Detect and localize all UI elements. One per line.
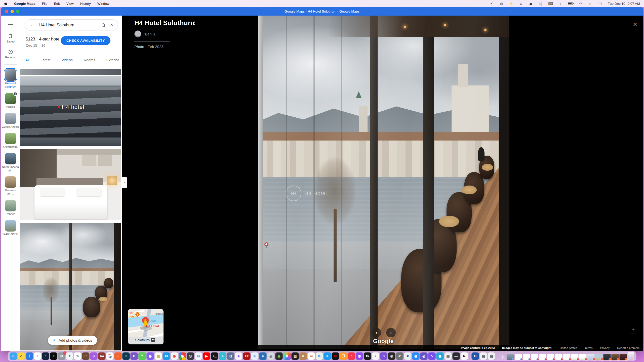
- window-minimize-button[interactable]: [11, 10, 14, 13]
- maps-app-icon[interactable]: ⊕: [316, 352, 323, 360]
- printer-app-icon[interactable]: ▤: [445, 352, 452, 360]
- music-icon[interactable]: ♫: [348, 352, 355, 360]
- add-photos-button[interactable]: + Add photos & videos: [48, 336, 97, 345]
- midi-keyboard-icon[interactable]: ▥: [292, 352, 299, 360]
- busycal-icon[interactable]: B: [131, 352, 138, 360]
- window-close-button[interactable]: [5, 10, 8, 13]
- sidebar-place-northumberland[interactable]: Northumberland…: [2, 153, 20, 172]
- photo-booth-icon[interactable]: ◎: [187, 352, 194, 360]
- usb-status-icon[interactable]: ψ: [519, 2, 523, 6]
- health-app-icon[interactable]: ⚕: [66, 352, 73, 360]
- dock-separator[interactable]: [470, 352, 470, 360]
- sidebar-item-recents[interactable]: Recents: [5, 50, 16, 59]
- podcasts-icon[interactable]: ◍: [356, 352, 363, 360]
- menu-bar-item[interactable]: Window: [97, 2, 109, 6]
- things-icon[interactable]: ✓: [18, 352, 25, 360]
- more-options-icon[interactable]: ⋮: [190, 19, 199, 26]
- vinyl-app-icon[interactable]: ◉: [388, 352, 395, 360]
- filezilla-icon[interactable]: Fz: [243, 352, 251, 360]
- footer-link[interactable]: Terms: [585, 346, 592, 349]
- hotel-lounge-photo[interactable]: H4 H4 Hotel: [258, 16, 509, 349]
- terminal-icon[interactable]: >_: [211, 352, 218, 360]
- webcam-app-icon[interactable]: ◉: [436, 352, 444, 360]
- search-icon[interactable]: [102, 23, 105, 27]
- printer-1-icon[interactable]: ▤: [480, 352, 487, 360]
- search-input[interactable]: [39, 23, 98, 27]
- reminders-icon[interactable]: ≔: [308, 352, 315, 360]
- sidebar-place-h4-hotel[interactable]: H4 Hotel Solothurn: [2, 69, 20, 89]
- photo-author-row[interactable]: Ben S.: [134, 30, 194, 37]
- flash-status-icon[interactable]: ⚡: [509, 2, 513, 6]
- ovation-icon[interactable]: ★: [235, 352, 243, 360]
- obs-icon[interactable]: ◎: [420, 352, 428, 360]
- collapse-panel-handle[interactable]: ◂: [122, 177, 127, 188]
- bluetooth-status-icon[interactable]: ᛒ: [558, 2, 562, 6]
- youtube-icon[interactable]: ▶: [203, 352, 210, 360]
- photo-thumbnail-exterior[interactable]: H4 hotel: [20, 76, 121, 146]
- minimized-window[interactable]: [587, 354, 595, 360]
- next-photo-button[interactable]: ›: [386, 328, 396, 337]
- previous-photo-button[interactable]: ‹: [372, 328, 381, 337]
- sidebar-place-zurich-airport[interactable]: Zurich Airport: [2, 113, 20, 129]
- contacts-icon[interactable]: ☻: [300, 352, 307, 360]
- safari-icon[interactable]: ⊙: [195, 352, 202, 360]
- tab-rooms[interactable]: Rooms: [84, 57, 95, 65]
- minimized-window[interactable]: [523, 354, 530, 360]
- input-source-status-icon[interactable]: ⌨: [548, 2, 553, 6]
- apple-tv-icon[interactable]: tv: [364, 352, 371, 360]
- bluetooth-app-icon[interactable]: ᛒ: [26, 352, 33, 360]
- minimized-window[interactable]: [595, 354, 603, 360]
- sidebar-place-rennes[interactable]: Rennes: [2, 200, 20, 216]
- minimized-window[interactable]: [531, 354, 538, 360]
- footer-link[interactable]: Report a problem: [617, 346, 639, 349]
- battery-status-icon[interactable]: [568, 2, 573, 5]
- netflix-icon[interactable]: N: [332, 352, 339, 360]
- photo-thumbnail-lounge-selected[interactable]: [20, 223, 121, 350]
- sidebar-place-virginia[interactable]: 2 Virginia: [2, 93, 20, 109]
- dock-separator[interactable]: [497, 352, 497, 360]
- tab-all[interactable]: All: [25, 57, 29, 65]
- back-arrow-icon[interactable]: ←: [30, 22, 36, 28]
- search-box[interactable]: ← ×: [25, 19, 118, 30]
- chrome-icon[interactable]: ◉: [179, 352, 186, 360]
- zoom-in-button[interactable]: +: [632, 327, 635, 332]
- mini-map[interactable]: Barnge Y Ritterq Aare H4 Hotel Solothurn: [128, 309, 164, 344]
- tab-exterior[interactable]: Exterior: [106, 57, 119, 65]
- minimized-window[interactable]: [571, 354, 579, 360]
- eject-status-icon[interactable]: ⏏: [529, 2, 533, 6]
- usb-app-icon[interactable]: ψ: [90, 352, 98, 360]
- photos-icon[interactable]: ✿: [284, 352, 291, 360]
- volume-status-icon[interactable]: ◁): [538, 2, 543, 6]
- minimized-window[interactable]: [603, 354, 611, 360]
- openoffice-icon[interactable]: ≈: [259, 352, 267, 360]
- video-converter-icon[interactable]: ◉: [275, 352, 283, 360]
- clear-search-icon[interactable]: ×: [110, 22, 113, 28]
- menu-bar-item[interactable]: History: [80, 2, 91, 6]
- minimized-window[interactable]: [563, 354, 571, 360]
- tab-videos[interactable]: Videos: [62, 57, 73, 65]
- hair-app-icon[interactable]: ◠: [82, 352, 90, 360]
- notes-icon[interactable]: ▤: [155, 352, 162, 360]
- messenger-icon[interactable]: ◉: [147, 352, 154, 360]
- audio-levels-icon[interactable]: ≡: [50, 352, 57, 360]
- window-title-bar[interactable]: Google Maps - H4 Hotel Solothurn - Googl…: [1, 7, 643, 16]
- edge-icon[interactable]: e: [219, 352, 226, 360]
- printer-2-icon[interactable]: ▤: [488, 352, 495, 360]
- cocktail-poi-icon[interactable]: Y: [135, 312, 140, 317]
- kindle-icon[interactable]: ✦: [123, 352, 130, 360]
- google-maps-icon[interactable]: ◉: [171, 352, 178, 360]
- minimized-window[interactable]: [515, 354, 522, 360]
- minimized-window[interactable]: [620, 354, 627, 360]
- footer-link[interactable]: United States: [560, 346, 577, 349]
- minimized-window[interactable]: [507, 354, 514, 360]
- shortcuts-status-icon[interactable]: ✔: [489, 2, 494, 6]
- scanner-app-icon[interactable]: ▬: [453, 352, 460, 360]
- check-availability-button[interactable]: CHECK AVAILABILITY: [61, 36, 110, 45]
- photo-thumbnail-bedroom[interactable]: [20, 149, 121, 220]
- sidebar-place-ny90[interactable]: 14408 NY-90: [2, 220, 20, 236]
- vlc-icon[interactable]: ▲: [372, 352, 379, 360]
- mail-icon[interactable]: ✉: [163, 352, 170, 360]
- firefox-icon[interactable]: ◗: [114, 352, 122, 360]
- sidebar-item-saved[interactable]: Saved: [6, 34, 15, 43]
- sidebar-place-oxfordshire[interactable]: Oxfordshire: [2, 133, 20, 149]
